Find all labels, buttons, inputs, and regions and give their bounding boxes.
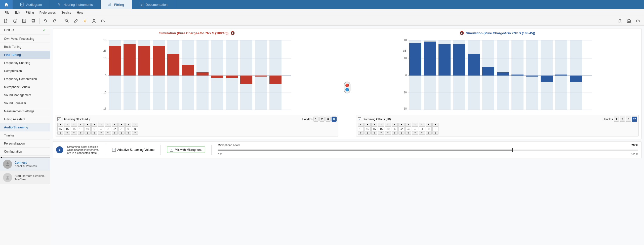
- link-toggle-button[interactable]: [344, 82, 350, 93]
- print-button[interactable]: [29, 17, 37, 25]
- left-spinner-10-up[interactable]: ▲: [125, 123, 131, 126]
- search-button[interactable]: [63, 17, 71, 25]
- left-spinner-5-down[interactable]: ▼: [91, 131, 97, 135]
- right-spinner-8-down[interactable]: ▼: [412, 131, 418, 135]
- left-spinner-8-up[interactable]: ▲: [112, 123, 118, 126]
- mix-mic-box[interactable]: Mix with Microphone: [167, 147, 205, 153]
- right-spinner-9-up[interactable]: ▲: [419, 123, 425, 126]
- right-handle-6[interactable]: 6: [626, 117, 631, 122]
- notification-button[interactable]: [616, 17, 624, 25]
- right-spinner-7-up[interactable]: ▲: [405, 123, 411, 126]
- left-spinner-8-down[interactable]: ▼: [112, 131, 118, 135]
- left-spinner-10-down[interactable]: ▼: [125, 131, 131, 135]
- right-spinner-4-down[interactable]: ▼: [385, 131, 391, 135]
- left-spinner-2-down[interactable]: ▼: [71, 131, 77, 135]
- mic-slider-container[interactable]: [218, 148, 638, 153]
- right-spinner-7-down[interactable]: ▼: [405, 131, 411, 135]
- sidebar-item-microphone-audio[interactable]: Microphone / Audio: [0, 83, 50, 91]
- sidebar-item-audio-streaming[interactable]: Audio Streaming: [0, 123, 50, 131]
- left-spinner-4-down[interactable]: ▼: [85, 131, 91, 135]
- new-button[interactable]: [2, 17, 10, 25]
- right-handle-12[interactable]: 12: [632, 117, 637, 122]
- right-spinner-5-up[interactable]: ▲: [392, 123, 398, 126]
- left-spinner-11-up[interactable]: ▲: [132, 123, 138, 126]
- tool-button[interactable]: [72, 17, 80, 25]
- left-streaming-checkbox[interactable]: [57, 117, 61, 121]
- right-spinner-11-up[interactable]: ▲: [432, 123, 438, 126]
- right-spinner-0-down[interactable]: ▼: [358, 131, 364, 135]
- left-spinner-3-down[interactable]: ▼: [78, 131, 84, 135]
- tab-audiogram[interactable]: Audiogram: [13, 0, 50, 9]
- sidebar-bottom-arrow[interactable]: ▼: [0, 156, 50, 158]
- sidebar-item-compression[interactable]: Compression: [0, 67, 50, 75]
- menu-help[interactable]: Help: [74, 10, 86, 15]
- right-spinner-2-up[interactable]: ▲: [371, 123, 377, 126]
- left-spinner-7-down[interactable]: ▼: [105, 131, 111, 135]
- right-spinner-1-down[interactable]: ▼: [365, 131, 371, 135]
- left-handle-12[interactable]: 12: [332, 117, 337, 122]
- left-spinner-9-down[interactable]: ▼: [118, 131, 125, 135]
- right-spinner-0-up[interactable]: ▲: [358, 123, 364, 126]
- tab-documentation[interactable]: Documentation: [132, 0, 175, 9]
- tab-fitting[interactable]: Fitting: [101, 0, 132, 9]
- user-button[interactable]: [90, 17, 98, 25]
- home-button[interactable]: [0, 0, 13, 9]
- right-handle-2[interactable]: 2: [620, 117, 625, 122]
- sidebar-item-first-fit[interactable]: First Fit ✓: [0, 26, 50, 35]
- connect-item[interactable]: Connect Noahlink Wireless: [0, 158, 50, 171]
- left-spinner-2-up[interactable]: ▲: [71, 123, 77, 126]
- right-spinner-3-down[interactable]: ▼: [378, 131, 384, 135]
- tab-hearing[interactable]: Hearing Instruments: [50, 0, 101, 9]
- sidebar-item-basic-tuning[interactable]: Basic Tuning: [0, 43, 50, 51]
- refresh-button[interactable]: [634, 17, 642, 25]
- right-spinner-1-up[interactable]: ▲: [365, 123, 371, 126]
- sidebar-item-measurement-settings[interactable]: Measurement Settings: [0, 107, 50, 115]
- left-spinner-6-down[interactable]: ▼: [98, 131, 104, 135]
- menu-preferences[interactable]: Preferences: [37, 10, 58, 15]
- adaptive-streaming-label[interactable]: Adaptive Streaming Volume: [112, 148, 154, 152]
- right-spinner-2-down[interactable]: ▼: [371, 131, 377, 135]
- right-spinner-11-down[interactable]: ▼: [432, 131, 438, 135]
- right-spinner-5-down[interactable]: ▼: [392, 131, 398, 135]
- sidebar-item-tinnitus[interactable]: Tinnitus: [0, 131, 50, 139]
- open-button[interactable]: [11, 17, 19, 25]
- sidebar-item-own-voice[interactable]: Own Voice Processing: [0, 35, 50, 43]
- right-streaming-checkbox[interactable]: [358, 117, 361, 121]
- menu-fitting[interactable]: Fitting: [23, 10, 36, 15]
- right-spinner-9-down[interactable]: ▼: [419, 131, 425, 135]
- right-spinner-4-up[interactable]: ▲: [385, 123, 391, 126]
- left-spinner-1-up[interactable]: ▲: [64, 123, 70, 126]
- right-spinner-10-up[interactable]: ▲: [426, 123, 432, 126]
- adaptive-streaming-checkbox[interactable]: [112, 148, 116, 152]
- sidebar-item-sound-equalizer[interactable]: Sound Equalizer: [0, 99, 50, 107]
- left-spinner-5-up[interactable]: ▲: [91, 123, 97, 126]
- menu-file[interactable]: File: [2, 10, 12, 15]
- sidebar-item-fitting-assistant[interactable]: Fitting Assistant: [0, 115, 50, 123]
- left-handle-6[interactable]: 6: [326, 117, 331, 122]
- left-handle-1[interactable]: 1: [313, 117, 318, 122]
- right-spinner-6-up[interactable]: ▲: [398, 123, 405, 126]
- remote-item[interactable]: Start Remote Session... TeleCare: [0, 171, 50, 184]
- left-spinner-4-up[interactable]: ▲: [85, 123, 91, 126]
- export-button[interactable]: [625, 17, 633, 25]
- menu-service[interactable]: Service: [59, 10, 74, 15]
- sidebar-item-fine-tuning[interactable]: Fine Tuning: [0, 51, 50, 59]
- right-spinner-10-down[interactable]: ▼: [426, 131, 432, 135]
- cloud-button[interactable]: [99, 17, 107, 25]
- left-spinner-11-down[interactable]: ▼: [132, 131, 138, 135]
- left-spinner-9-up[interactable]: ▲: [118, 123, 125, 126]
- redo-button[interactable]: [51, 17, 59, 25]
- left-spinner-3-up[interactable]: ▲: [78, 123, 84, 126]
- right-spinner-8-up[interactable]: ▲: [412, 123, 418, 126]
- sidebar-item-sound-management[interactable]: Sound Management: [0, 91, 50, 99]
- menu-edit[interactable]: Edit: [12, 10, 23, 15]
- left-spinner-6-up[interactable]: ▲: [98, 123, 104, 126]
- left-spinner-1-down[interactable]: ▼: [64, 131, 70, 135]
- sidebar-item-configuration[interactable]: Configuration: [0, 148, 50, 156]
- save-button[interactable]: [20, 17, 28, 25]
- mix-mic-checkbox[interactable]: [170, 148, 173, 152]
- right-spinner-3-up[interactable]: ▲: [378, 123, 384, 126]
- light-button[interactable]: [81, 17, 89, 25]
- left-speaker-icon[interactable]: 🔇: [230, 31, 235, 35]
- right-spinner-6-down[interactable]: ▼: [398, 131, 405, 135]
